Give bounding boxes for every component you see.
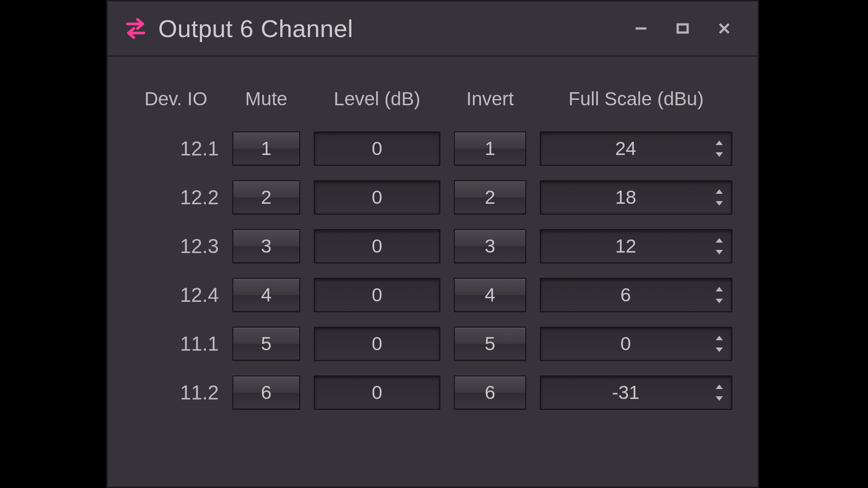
fullscale-value: 6 [541,284,711,306]
spinner-down-icon[interactable] [712,199,727,207]
mute-button[interactable]: 1 [232,131,300,166]
mute-button[interactable]: 6 [232,375,300,410]
svg-marker-15 [716,347,723,352]
level-field[interactable]: 0 [314,278,440,312]
column-header-devio: Dev. IO [133,88,219,124]
output-channel-window: Output 6 Channel Dev. IO Mut [106,0,759,488]
column-header-invert: Invert [454,88,526,124]
spinner-up-icon[interactable] [712,188,727,196]
spinner-down-icon[interactable] [712,394,727,403]
spinner-up-icon[interactable] [712,334,727,342]
svg-marker-17 [716,396,723,401]
svg-marker-6 [716,141,723,145]
mute-button[interactable]: 3 [232,229,300,263]
invert-button[interactable]: 3 [454,229,526,263]
svg-marker-8 [716,189,723,194]
spinner-up-icon[interactable] [712,236,727,244]
invert-button[interactable]: 2 [454,180,526,215]
devio-label: 12.3 [133,228,223,265]
svg-marker-13 [716,299,723,303]
svg-marker-10 [716,238,723,243]
svg-marker-14 [716,336,723,340]
window-controls [620,12,745,45]
level-field[interactable]: 0 [314,327,440,361]
fullscale-spinner[interactable]: 6 [540,278,732,312]
devio-label: 11.1 [133,325,223,362]
level-field[interactable]: 0 [314,180,440,215]
close-button[interactable] [703,12,745,45]
svg-marker-9 [716,201,723,206]
svg-marker-12 [716,287,723,291]
window-title: Output 6 Channel [158,14,353,42]
mute-button[interactable]: 4 [232,278,300,312]
spinner-up-icon[interactable] [712,139,727,147]
invert-button[interactable]: 1 [454,131,526,166]
level-field[interactable]: 0 [314,229,440,263]
spinner-down-icon[interactable] [712,346,727,354]
invert-button[interactable]: 5 [454,327,526,361]
devio-label: 12.1 [133,130,223,167]
fullscale-value: -31 [541,382,711,404]
devio-label: 12.2 [133,179,223,216]
devio-label: 11.2 [133,374,223,411]
minimize-button[interactable] [620,12,662,45]
column-header-level: Level (dB) [314,88,440,124]
routing-arrows-icon [123,16,148,41]
invert-button[interactable]: 6 [454,375,526,410]
fullscale-value: 0 [541,333,711,355]
fullscale-spinner[interactable]: 18 [540,180,732,215]
spinner-down-icon[interactable] [712,297,727,305]
invert-button[interactable]: 4 [454,278,526,312]
spinner-up-icon[interactable] [712,383,727,391]
svg-marker-16 [716,385,723,389]
column-header-fullscale: Full Scale (dBu) [540,88,732,124]
fullscale-value: 24 [541,138,711,160]
level-field[interactable]: 0 [314,131,440,166]
mute-button[interactable]: 2 [232,180,300,215]
fullscale-spinner[interactable]: 24 [540,131,732,166]
spinner-down-icon[interactable] [712,150,727,159]
svg-marker-11 [716,250,723,254]
fullscale-spinner[interactable]: 0 [540,327,732,361]
maximize-button[interactable] [662,12,703,45]
svg-rect-3 [678,24,688,33]
fullscale-spinner[interactable]: 12 [540,229,732,263]
spinner-up-icon[interactable] [712,285,727,293]
spinner-down-icon[interactable] [712,248,727,256]
fullscale-spinner[interactable]: -31 [540,375,732,410]
level-field[interactable]: 0 [314,375,440,410]
devio-label: 12.4 [133,277,223,314]
mute-button[interactable]: 5 [232,327,300,361]
svg-marker-7 [716,152,723,157]
column-header-mute: Mute [232,88,300,124]
fullscale-value: 18 [541,187,711,208]
titlebar: Output 6 Channel [108,1,758,56]
fullscale-value: 12 [541,235,711,257]
